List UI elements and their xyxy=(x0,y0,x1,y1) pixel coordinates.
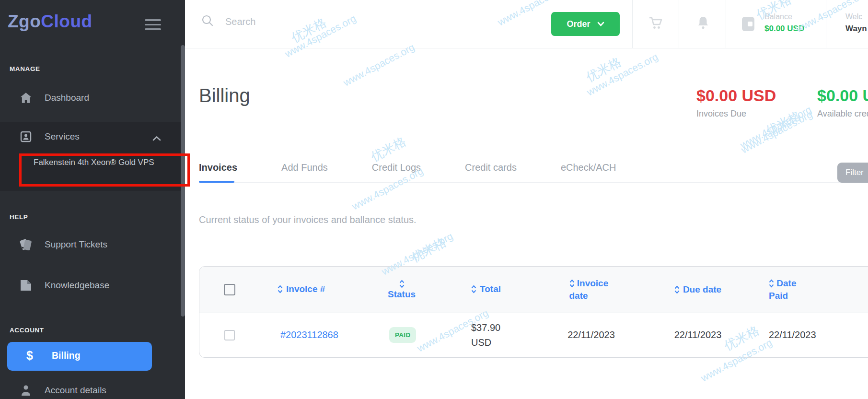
search-icon xyxy=(201,14,214,29)
topbar: Order Balance $0.00 USD Welc Wayn xyxy=(185,0,868,48)
annotation-red-box xyxy=(19,153,190,187)
section-label-account: ACCOUNT xyxy=(10,327,44,334)
person-icon xyxy=(19,384,33,397)
contact-card-icon xyxy=(19,131,33,142)
order-button[interactable]: Order xyxy=(551,12,620,36)
cart-icon[interactable] xyxy=(648,15,663,33)
sidebar-item-label: Dashboard xyxy=(45,93,89,103)
balance-value: $0.00 USD xyxy=(764,24,804,34)
invoices-due-amount: $0.00 USD xyxy=(696,86,802,105)
sort-icon[interactable] xyxy=(278,285,283,293)
invoices-table: Invoice # Status Total Invoice date Due … xyxy=(199,266,868,358)
app-window: ZgoCloud MANAGE Dashboard Services Falke… xyxy=(0,0,868,399)
stat-available-credit: $0.00 USD Available credit xyxy=(817,86,868,119)
bell-icon[interactable] xyxy=(696,15,710,33)
tab-credit-logs[interactable]: Credit Logs xyxy=(372,162,421,182)
tickets-icon xyxy=(19,236,33,253)
wallet-icon xyxy=(740,15,756,35)
invoices-due-label: Invoices Due xyxy=(696,109,802,119)
search-input[interactable] xyxy=(224,16,370,28)
sidebar-item-dashboard[interactable]: Dashboard xyxy=(0,89,180,106)
select-all-checkbox[interactable] xyxy=(224,284,235,295)
sidebar: ZgoCloud MANAGE Dashboard Services Falke… xyxy=(0,0,185,399)
sidebar-item-label: Support Tickets xyxy=(45,239,107,250)
tab-credit-cards[interactable]: Credit cards xyxy=(465,162,517,182)
main-content: Billing $0.00 USD Invoices Due $0.00 USD… xyxy=(185,48,868,399)
column-header-total[interactable]: Total xyxy=(480,284,501,294)
column-header-invoice[interactable]: Invoice # xyxy=(286,284,325,294)
billing-tabs: Invoices Add Funds Credit Logs Credit ca… xyxy=(199,162,868,183)
welcome-text: Welc xyxy=(845,12,862,21)
filter-button[interactable]: Filter xyxy=(837,163,868,183)
available-credit-label: Available credit xyxy=(817,109,868,119)
due-date: 22/11/2023 xyxy=(645,329,751,340)
row-checkbox[interactable] xyxy=(224,330,235,340)
stat-invoices-due: $0.00 USD Invoices Due xyxy=(696,86,802,119)
sort-icon[interactable] xyxy=(471,285,476,293)
balance-label: Balance xyxy=(764,12,792,21)
document-icon xyxy=(19,278,33,293)
app-logo: ZgoCloud xyxy=(8,12,93,32)
sidebar-item-label: Account details xyxy=(45,385,106,396)
chevron-down-icon xyxy=(597,22,604,26)
search-bar xyxy=(201,14,370,29)
section-label-manage: MANAGE xyxy=(10,65,40,72)
sidebar-item-support-tickets[interactable]: Support Tickets xyxy=(0,236,180,253)
sidebar-item-knowledgebase[interactable]: Knowledgebase xyxy=(0,277,180,294)
sort-icon[interactable] xyxy=(399,280,405,288)
sidebar-item-billing-active[interactable]: $ Billing xyxy=(7,342,152,371)
table-header-row: Invoice # Status Total Invoice date Due … xyxy=(199,267,868,313)
chevron-up-icon xyxy=(152,134,161,143)
hamburger-menu-icon[interactable] xyxy=(145,19,161,33)
sidebar-item-label: Knowledgebase xyxy=(45,280,109,291)
tab-add-funds[interactable]: Add Funds xyxy=(281,162,328,182)
dollar-icon: $ xyxy=(26,349,33,363)
tab-echeck-ach[interactable]: eCheck/ACH xyxy=(561,162,616,182)
invoice-number-link[interactable]: #2023112868 xyxy=(280,329,338,340)
sort-icon[interactable] xyxy=(569,279,575,288)
sidebar-item-label: Billing xyxy=(52,350,81,361)
status-badge: PAID xyxy=(389,327,416,343)
sidebar-item-services[interactable]: Services xyxy=(0,128,180,145)
available-credit-amount: $0.00 USD xyxy=(817,86,868,105)
order-button-label: Order xyxy=(567,19,590,29)
sidebar-item-label: Services xyxy=(45,131,80,142)
column-header-invoice-date[interactable]: Invoice date xyxy=(569,278,609,301)
column-header-status[interactable]: Status xyxy=(388,289,416,300)
logo-part2: Cloud xyxy=(41,12,92,31)
invoice-date: 22/11/2023 xyxy=(537,329,645,340)
user-name[interactable]: Wayn xyxy=(845,24,867,34)
home-icon xyxy=(19,92,33,104)
logo-part1: Zgo xyxy=(8,12,41,31)
section-label-help: HELP xyxy=(10,213,28,221)
page-description: Current status of your invoices and ball… xyxy=(199,214,417,225)
page-title: Billing xyxy=(199,85,250,106)
date-paid: 22/11/2023 xyxy=(751,329,868,340)
table-row: #2023112868 PAID $37.90 USD 22/11/2023 2… xyxy=(199,313,868,357)
column-header-due-date[interactable]: Due date xyxy=(683,284,721,295)
sidebar-item-account-details[interactable]: Account details xyxy=(0,382,180,399)
sort-icon[interactable] xyxy=(674,285,680,294)
sort-icon[interactable] xyxy=(769,279,774,288)
invoice-total: $37.90 USD xyxy=(471,320,515,350)
tab-invoices[interactable]: Invoices xyxy=(199,162,237,182)
